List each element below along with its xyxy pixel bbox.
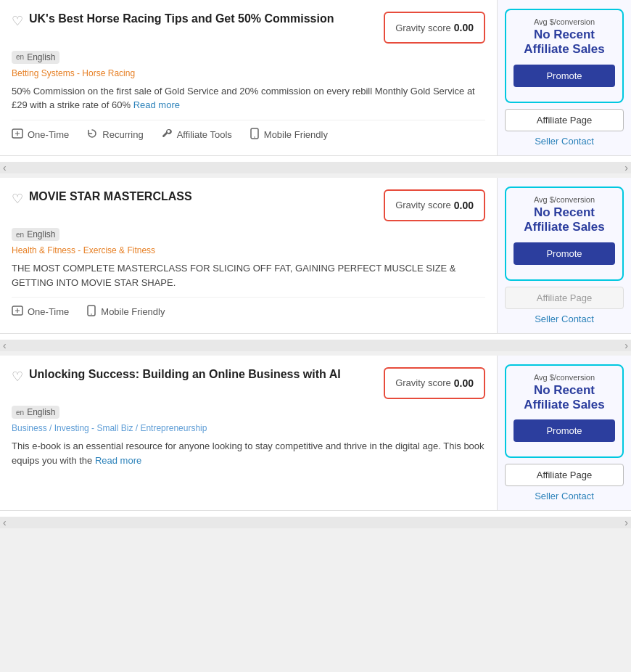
title-area: ♡ MOVIE STAR MASTERCLASS [12, 189, 376, 207]
gravity-label: Gravity score [395, 200, 451, 210]
card-header: ♡ Unlocking Success: Building an Online … [12, 367, 485, 399]
feature-label: One-Time [28, 129, 69, 140]
mobile-icon [249, 128, 260, 142]
gravity-label: Gravity score [395, 22, 451, 33]
read-more-link[interactable]: Read more [95, 455, 141, 466]
scroll-right-arrow[interactable]: › [624, 517, 628, 528]
gravity-badge: Gravity score 0.00 [384, 367, 485, 399]
description-text: This e-book is an essential resource for… [12, 439, 485, 467]
avg-label: Avg $/conversion [534, 195, 595, 204]
category-text: Betting Systems - Horse Racing [12, 68, 485, 78]
scroll-right-arrow[interactable]: › [624, 162, 628, 173]
feature-label: One-Time [28, 306, 69, 317]
avg-label: Avg $/conversion [534, 17, 595, 26]
no-sales-text: No Recent Affiliate Sales [514, 28, 615, 57]
affiliate-page-button: Affiliate Page [505, 287, 624, 309]
category-text: Business / Investing - Small Biz / Entre… [12, 423, 485, 433]
wrench-icon [161, 128, 173, 142]
avg-label: Avg $/conversion [534, 373, 595, 382]
feature-label: Recurring [102, 129, 143, 140]
product-card-2: ♡ MOVIE STAR MASTERCLASS Gravity score 0… [0, 178, 631, 351]
product-title: UK's Best Horse Racing Tips and Get 50% … [29, 12, 334, 27]
card-sidebar: Avg $/conversion No Recent Affiliate Sal… [497, 0, 631, 155]
card-sidebar: Avg $/conversion No Recent Affiliate Sal… [497, 356, 631, 511]
card-header: ♡ UK's Best Horse Racing Tips and Get 50… [12, 12, 485, 44]
favorite-icon[interactable]: ♡ [12, 369, 23, 385]
title-area: ♡ Unlocking Success: Building an Online … [12, 367, 376, 385]
promote-button[interactable]: Promote [514, 419, 615, 442]
lang-code: en [16, 53, 24, 61]
gravity-badge: Gravity score 0.00 [384, 12, 485, 44]
feature-label: Mobile Friendly [101, 306, 165, 317]
promote-button[interactable]: Promote [514, 65, 615, 87]
card-main: ♡ Unlocking Success: Building an Online … [0, 356, 497, 511]
seller-contact-link[interactable]: Seller Contact [535, 491, 594, 501]
card-main: ♡ MOVIE STAR MASTERCLASS Gravity score 0… [0, 178, 497, 333]
card-main: ♡ UK's Best Horse Racing Tips and Get 50… [0, 0, 497, 155]
feature-mobile-friendly: Mobile Friendly [249, 128, 328, 142]
card-header: ♡ MOVIE STAR MASTERCLASS Gravity score 0… [12, 189, 485, 221]
conversion-box: Avg $/conversion No Recent Affiliate Sal… [505, 187, 624, 281]
affiliate-page-button[interactable]: Affiliate Page [505, 109, 624, 131]
conversion-box: Avg $/conversion No Recent Affiliate Sal… [505, 364, 624, 459]
gravity-score: 0.00 [454, 22, 474, 33]
scroll-left-arrow[interactable]: ‹ [3, 517, 7, 528]
product-title: Unlocking Success: Building an Online Bu… [29, 367, 341, 382]
favorite-icon[interactable]: ♡ [12, 13, 23, 29]
read-more-link[interactable]: Read more [133, 99, 180, 110]
svg-point-5 [91, 314, 93, 315]
product-card: ♡ UK's Best Horse Racing Tips and Get 50… [0, 0, 631, 156]
scroll-left-arrow[interactable]: ‹ [3, 340, 7, 351]
svg-point-2 [254, 136, 255, 138]
language-badge: en English [12, 51, 59, 64]
card-sidebar: Avg $/conversion No Recent Affiliate Sal… [497, 178, 631, 333]
lang-code: en [16, 231, 24, 239]
product-card-1: ♡ UK's Best Horse Racing Tips and Get 50… [0, 0, 631, 173]
dollar-icon [12, 128, 23, 142]
gravity-score: 0.00 [454, 377, 474, 389]
product-card: ♡ MOVIE STAR MASTERCLASS Gravity score 0… [0, 178, 631, 334]
description-text: THE MOST COMPLETE MASTERCLASS FOR SLICIN… [12, 261, 485, 290]
feature-label: Affiliate Tools [177, 129, 232, 140]
conversion-box: Avg $/conversion No Recent Affiliate Sal… [505, 9, 624, 103]
scroll-right-arrow[interactable]: › [624, 340, 628, 351]
product-card-3: ♡ Unlocking Success: Building an Online … [0, 356, 631, 529]
feature-mobile-friendly: Mobile Friendly [86, 305, 165, 319]
gravity-label: Gravity score [395, 377, 451, 388]
language-label: English [27, 407, 55, 417]
feature-one-time: One-Time [12, 128, 69, 142]
no-sales-text: No Recent Affiliate Sales [514, 205, 615, 235]
features-row: One-Time Mobile Friendly [12, 297, 485, 319]
lang-code: en [16, 409, 24, 417]
promote-button[interactable]: Promote [514, 242, 615, 265]
gravity-badge: Gravity score 0.00 [384, 189, 485, 221]
title-area: ♡ UK's Best Horse Racing Tips and Get 50… [12, 12, 376, 29]
seller-contact-link[interactable]: Seller Contact [535, 314, 594, 324]
gravity-score: 0.00 [454, 200, 474, 211]
description-text: 50% Commission on the first sale of Gold… [12, 84, 485, 112]
feature-label: Mobile Friendly [264, 129, 328, 140]
feature-recurring: Recurring [86, 128, 143, 142]
scroll-left-arrow[interactable]: ‹ [3, 162, 7, 173]
seller-contact-link[interactable]: Seller Contact [535, 136, 594, 147]
feature-one-time: One-Time [12, 305, 69, 319]
product-card: ♡ Unlocking Success: Building an Online … [0, 356, 631, 512]
dollar-icon [12, 305, 23, 319]
feature-affiliate-tools: Affiliate Tools [161, 128, 232, 142]
product-title: MOVIE STAR MASTERCLASS [29, 189, 192, 205]
language-label: English [27, 52, 55, 62]
refresh-icon [86, 128, 98, 142]
language-badge: en English [12, 228, 59, 241]
no-sales-text: No Recent Affiliate Sales [514, 383, 615, 413]
mobile-icon [86, 305, 96, 319]
language-label: English [27, 229, 55, 239]
language-badge: en English [12, 406, 59, 419]
features-row: One-Time Recurring Affiliate Tools Mobil… [12, 120, 485, 142]
category-text: Health & Fitness - Exercise & Fitness [12, 245, 485, 255]
affiliate-page-button[interactable]: Affiliate Page [505, 464, 624, 486]
favorite-icon[interactable]: ♡ [12, 191, 23, 207]
